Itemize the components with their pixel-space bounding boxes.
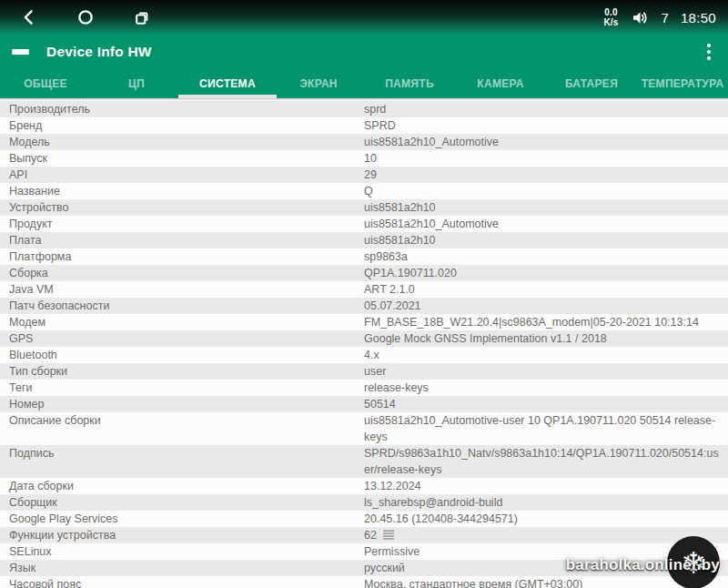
- network-speed-unit: K/s: [603, 17, 618, 27]
- row-value: ART 2.1.0: [364, 281, 728, 298]
- row-value: sprd: [364, 101, 728, 117]
- table-row: API 29: [0, 167, 728, 183]
- row-value-text: Москва, стандартное время (GMT+03:00): [364, 578, 582, 588]
- table-row: Java VM ART 2.1.0: [0, 281, 728, 298]
- list-icon[interactable]: [383, 530, 394, 540]
- tab-cpu[interactable]: ЦП: [91, 69, 182, 98]
- row-label: Подпись: [0, 445, 364, 478]
- tab-label: ОБЩЕЕ: [24, 77, 67, 90]
- row-label: Номер: [0, 396, 364, 412]
- row-label: GPS: [0, 330, 364, 347]
- row-label: Устройство: [0, 199, 364, 216]
- row-value-text: release-keys: [364, 381, 429, 394]
- row-value: 29: [364, 167, 728, 183]
- row-value-text: ls_sharebsp@android-build: [364, 496, 502, 509]
- row-value-text: user: [364, 365, 386, 378]
- row-value-text: Permissive: [364, 545, 420, 558]
- table-row: Модель uis8581a2h10_Automotive: [0, 134, 728, 150]
- row-value: Google Mock GNSS Implementation v1.1 / 2…: [364, 330, 728, 347]
- row-value: 05.07.2021: [364, 298, 728, 314]
- recents-button[interactable]: [132, 7, 152, 27]
- row-value-text: uis8581a2h10_Automotive-user 10 QP1A.190…: [364, 414, 715, 443]
- row-label: Название: [0, 183, 364, 199]
- tab-label: СИСТЕМА: [199, 77, 256, 90]
- row-value-text: 13.12.2024: [364, 480, 421, 492]
- status-clock: 18:50: [681, 10, 716, 25]
- table-row: Дата сборки 13.12.2024: [0, 478, 728, 494]
- row-value: uis8581a2h10_Automotive: [364, 216, 728, 232]
- row-label: Продукт: [0, 216, 364, 232]
- row-value-text: 50514: [364, 398, 396, 411]
- tab-general[interactable]: ОБЩЕЕ: [0, 69, 91, 98]
- row-label: Теги: [0, 380, 364, 396]
- tab-label: КАМЕРА: [477, 77, 523, 90]
- table-row: Номер 50514: [0, 396, 728, 412]
- home-button[interactable]: [76, 7, 96, 27]
- recents-icon: [133, 8, 151, 26]
- table-row: Описание сборки uis8581a2h10_Automotive-…: [0, 412, 728, 445]
- tab-memory[interactable]: ПАМЯТЬ: [364, 69, 455, 98]
- row-value: 13.12.2024: [364, 478, 728, 494]
- tab-screen[interactable]: ЭКРАН: [273, 69, 364, 98]
- system-info-table[interactable]: Производитель sprd Бренд SPRD Модель uis…: [0, 101, 728, 588]
- row-value-text: 10: [364, 152, 377, 165]
- row-value: Q: [364, 183, 728, 199]
- table-row: Теги release-keys: [0, 380, 728, 396]
- table-row: Часовой пояс Москва, стандартное время (…: [0, 576, 728, 588]
- tab-bar: ОБЩЕЕЦПСИСТЕМАЭКРАНПАМЯТЬКАМЕРАБАТАРЕЯТЕ…: [0, 69, 728, 98]
- tab-label: ПАМЯТЬ: [385, 77, 434, 90]
- row-label: API: [0, 167, 364, 183]
- row-label: Java VM: [0, 281, 364, 298]
- row-value-text: SPRD/s9863a1h10_Natv/s9863a1h10:14/QP1A.…: [364, 447, 719, 476]
- app-bar: Device Info HW: [0, 35, 728, 69]
- table-row: Google Play Services 20.45.16 (120408-34…: [0, 511, 728, 527]
- table-row: Название Q: [0, 183, 728, 199]
- row-value: release-keys: [364, 380, 728, 396]
- table-row: Плата uis8581a2h10: [0, 232, 728, 248]
- row-label: Платформа: [0, 248, 364, 265]
- menu-button[interactable]: [12, 47, 29, 57]
- row-label: Модем: [0, 314, 364, 330]
- watermark-text: baraholka.onliner.by: [566, 556, 720, 574]
- tab-system[interactable]: СИСТЕМА: [182, 69, 273, 98]
- table-row: Сборщик ls_sharebsp@android-build: [0, 494, 728, 511]
- table-row: Тип сборки user: [0, 363, 728, 380]
- back-icon: [20, 8, 38, 26]
- row-value: ls_sharebsp@android-build: [364, 494, 728, 511]
- row-value: uis8581a2h10: [364, 232, 728, 248]
- row-label: Выпуск: [0, 150, 364, 167]
- row-value: sp9863a: [364, 248, 728, 265]
- row-value: user: [364, 363, 728, 380]
- row-value: 50514: [364, 396, 728, 412]
- row-value-text: 20.45.16 (120408-344294571): [364, 512, 518, 525]
- table-row: Производитель sprd: [0, 101, 728, 117]
- row-value-text: uis8581a2h10: [364, 234, 436, 247]
- row-label: Google Play Services: [0, 511, 364, 527]
- row-label: Сборщик: [0, 494, 364, 511]
- row-label: Часовой пояс: [0, 576, 364, 588]
- table-row: Bluetooth 4.x: [0, 347, 728, 363]
- row-value-text: FM_BASE_18B_W21.20.4|sc9863A_modem|05-20…: [364, 316, 699, 329]
- row-label: SELinux: [0, 543, 364, 560]
- row-value-text: 05.07.2021: [364, 299, 421, 312]
- row-value-text: 62: [364, 529, 377, 542]
- row-value: SPRD: [364, 117, 728, 134]
- row-value: 62: [364, 527, 728, 543]
- tab-camera[interactable]: КАМЕРА: [455, 69, 546, 98]
- volume-icon: [631, 8, 650, 27]
- row-value: QP1A.190711.020: [364, 265, 728, 281]
- back-button[interactable]: [19, 7, 39, 27]
- row-value: SPRD/s9863a1h10_Natv/s9863a1h10:14/QP1A.…: [364, 445, 728, 478]
- notification-count: 7: [662, 10, 669, 25]
- row-value: 20.45.16 (120408-344294571): [364, 511, 728, 527]
- row-value-text: Q: [364, 185, 373, 198]
- overflow-menu-button[interactable]: [702, 40, 716, 63]
- tab-battery[interactable]: БАТАРЕЯ: [546, 69, 637, 98]
- tab-temperature[interactable]: ТЕМПЕРАТУРА: [637, 69, 728, 98]
- network-speed: 0.0 K/s: [603, 7, 618, 27]
- table-row: Функции устройства 62: [0, 527, 728, 543]
- status-bar: 0.0 K/s 7 18:50: [0, 0, 728, 35]
- overflow-dots-icon: [707, 44, 711, 59]
- table-row: Сборка QP1A.190711.020: [0, 265, 728, 281]
- row-label: Сборка: [0, 265, 364, 281]
